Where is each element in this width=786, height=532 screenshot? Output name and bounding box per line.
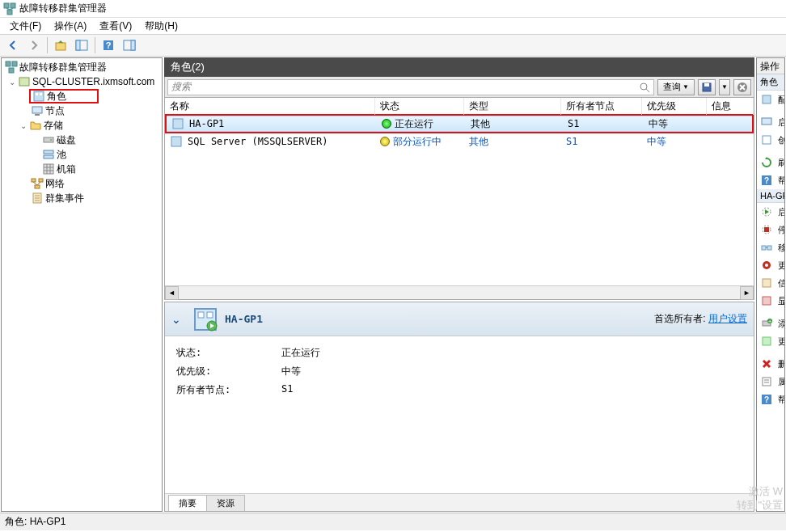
center-header: 角色(2) (164, 57, 754, 77)
list-row[interactable]: SQL Server (MSSQLSERVER) 部分运行中 其他 S1 中等 (165, 133, 754, 150)
action-stop[interactable]: 停 (757, 221, 784, 239)
tree-toggle-icon[interactable]: ⌄ (18, 121, 29, 130)
action-show[interactable]: 显 (757, 292, 784, 310)
tab-summary[interactable]: 摘要 (168, 495, 207, 511)
search-placeholder: 搜索 (171, 80, 191, 94)
save-button[interactable] (698, 79, 716, 95)
tree-toggle-icon[interactable]: ⌄ (6, 78, 18, 87)
tree-events[interactable]: 群集事件 (3, 191, 160, 205)
svg-rect-30 (32, 179, 36, 182)
tree-pools[interactable]: 池 (3, 147, 160, 162)
action-more[interactable]: 更 (757, 332, 784, 350)
action-add[interactable]: +添 (757, 315, 784, 332)
action-item[interactable]: 启 (757, 113, 784, 131)
action-label: 配置 (778, 94, 785, 106)
row-priority: 中等 (644, 117, 708, 131)
menu-action[interactable]: 操作(A) (48, 18, 93, 35)
col-priority[interactable]: 优先级 (642, 98, 707, 115)
reset-button[interactable] (733, 79, 751, 95)
scroll-right-icon[interactable]: ► (740, 286, 754, 300)
action-configure[interactable]: 配置 (757, 91, 784, 108)
row-owner: S1 (563, 118, 644, 129)
svg-text:+: + (768, 318, 772, 325)
owner-label: 首选所有者: (654, 313, 705, 324)
window-title: 故障转移群集管理器 (19, 2, 107, 15)
action-help2[interactable]: ?帮 (757, 391, 784, 408)
tree-disks[interactable]: 磁盘 (3, 133, 160, 147)
menu-help[interactable]: 帮助(H) (138, 18, 184, 35)
role-large-icon (192, 306, 218, 332)
action-delete[interactable]: 删 (757, 355, 784, 373)
action-refresh[interactable]: 刷 (757, 154, 784, 171)
row-priority: 中等 (642, 135, 707, 149)
menu-view[interactable]: 查看(V) (93, 18, 138, 35)
action-move[interactable]: 移 (757, 239, 784, 256)
folder-icon (29, 119, 42, 132)
show-hide-action-button[interactable] (120, 36, 139, 55)
status-partial-icon (380, 137, 390, 146)
svg-rect-64 (763, 279, 771, 287)
vm-icon (760, 116, 773, 129)
show-hide-tree-button[interactable] (72, 36, 91, 55)
menu-file[interactable]: 文件(F) (3, 18, 48, 35)
tree-storage[interactable]: ⌄ 存储 (3, 118, 160, 133)
tree-nodes[interactable]: 节点 (3, 103, 160, 118)
role-icon (170, 135, 183, 148)
horizontal-scrollbar[interactable]: ◄ ► (165, 285, 754, 299)
tree-enclosures-label: 机箱 (57, 163, 76, 176)
action-label: 添 (778, 318, 785, 330)
events-icon (31, 192, 44, 205)
action-info[interactable]: 信 (757, 274, 784, 292)
tree-root[interactable]: 故障转移群集管理器 (3, 60, 160, 74)
up-button[interactable] (51, 36, 70, 55)
svg-point-39 (640, 83, 647, 90)
titlebar: 故障转移群集管理器 (0, 0, 786, 18)
col-info[interactable]: 信息 (707, 98, 754, 115)
help-icon: ? (760, 393, 773, 406)
help-button[interactable]: ? (99, 36, 118, 55)
col-name[interactable]: 名称 (165, 98, 375, 115)
tree-networks[interactable]: 网络 (3, 176, 160, 191)
col-type[interactable]: 类型 (464, 98, 561, 115)
tree-root-label: 故障转移群集管理器 (19, 61, 107, 74)
tree-cluster[interactable]: ⌄ SQL-CLUSTER.ixmsoft.com (3, 74, 160, 89)
tree-enclosures[interactable]: 机箱 (3, 162, 160, 176)
action-start[interactable]: 启 (757, 203, 784, 221)
tree-storage-label: 存储 (44, 119, 63, 133)
show-icon (760, 294, 773, 307)
owner-link[interactable]: 用户设置 (708, 313, 747, 324)
action-change[interactable]: 更 (757, 256, 784, 274)
list-row[interactable]: HA-GP1 正在运行 其他 S1 中等 (167, 116, 752, 132)
svg-rect-72 (763, 378, 771, 386)
svg-rect-50 (207, 312, 213, 318)
scroll-left-icon[interactable]: ◄ (165, 286, 179, 300)
cluster-manager-icon (5, 61, 18, 74)
preferred-owner: 首选所有者: 用户设置 (654, 312, 747, 326)
action-item[interactable]: 创 (757, 131, 784, 149)
col-status[interactable]: 状态 (375, 98, 464, 115)
save-dropdown[interactable]: ▼ (719, 79, 730, 95)
tree-cluster-label: SQL-CLUSTER.ixmsoft.com (32, 76, 154, 87)
detail-owner-value: S1 (281, 383, 293, 397)
nav-forward-button[interactable] (24, 36, 44, 55)
roles-list: 名称 状态 类型 所有者节点 优先级 信息 HA-GP1 正在运行 其他 S1 … (164, 98, 754, 300)
tree-roles[interactable]: 角色 (29, 89, 99, 103)
tab-resources[interactable]: 资源 (206, 495, 245, 511)
search-input[interactable]: 搜索 (167, 79, 654, 95)
svg-rect-49 (198, 312, 204, 318)
main-layout: 故障转移群集管理器 ⌄ SQL-CLUSTER.ixmsoft.com 角色 节… (0, 57, 786, 513)
action-help[interactable]: ?帮 (757, 171, 784, 189)
svg-text:?: ? (764, 395, 769, 404)
svg-rect-11 (131, 40, 135, 50)
gear-icon (760, 259, 773, 272)
nav-back-button[interactable] (3, 36, 23, 55)
row-owner: S1 (561, 136, 642, 147)
svg-rect-13 (12, 61, 17, 66)
col-owner[interactable]: 所有者节点 (561, 98, 642, 115)
row-name: SQL Server (MSSQLSERVER) (188, 136, 328, 147)
svg-rect-15 (19, 78, 29, 86)
chevron-down-icon[interactable]: ⌄ (171, 313, 181, 326)
tree-networks-label: 网络 (45, 177, 65, 191)
action-properties[interactable]: 属 (757, 373, 784, 391)
query-button[interactable]: 查询▼ (657, 79, 695, 95)
